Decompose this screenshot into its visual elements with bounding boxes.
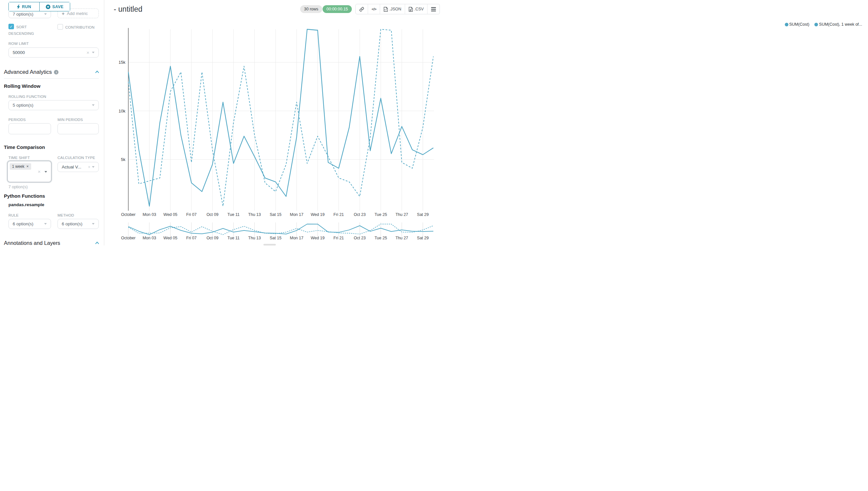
bolt-icon: [17, 4, 20, 9]
svg-text:Wed 19: Wed 19: [311, 236, 324, 240]
svg-text:Tue 25: Tue 25: [375, 236, 387, 240]
svg-text:Tue 11: Tue 11: [227, 236, 240, 240]
svg-text:Thu 27: Thu 27: [395, 236, 408, 240]
svg-text:Wed 05: Wed 05: [163, 212, 177, 217]
svg-text:Fri 21: Fri 21: [334, 236, 344, 240]
plus-circle-icon: [46, 4, 50, 9]
svg-text:Oct 09: Oct 09: [207, 212, 219, 217]
svg-text:Sat 29: Sat 29: [417, 236, 429, 240]
svg-text:Fri 07: Fri 07: [186, 212, 196, 217]
svg-text:Tue 11: Tue 11: [227, 212, 240, 217]
timeseries-line-chart[interactable]: 5k10k15kOctoberMon 03Wed 05Fri 07Oct 09T…: [0, 0, 434, 246]
run-button[interactable]: RUN: [9, 2, 39, 11]
save-button[interactable]: SAVE: [39, 2, 70, 11]
svg-text:Sat 15: Sat 15: [270, 236, 281, 240]
run-button-label: RUN: [22, 4, 31, 9]
scrollbar-thumb[interactable]: [264, 244, 276, 246]
svg-text:Thu 13: Thu 13: [248, 236, 261, 240]
svg-text:Sat 15: Sat 15: [270, 212, 281, 217]
svg-text:Sat 29: Sat 29: [417, 212, 429, 217]
svg-text:Mon 03: Mon 03: [143, 212, 156, 217]
svg-text:Fri 21: Fri 21: [334, 212, 344, 217]
svg-text:Oct 09: Oct 09: [207, 236, 219, 240]
svg-text:Tue 25: Tue 25: [375, 212, 387, 217]
run-save-button-group: RUN SAVE: [8, 2, 70, 11]
svg-text:Mon 17: Mon 17: [290, 236, 303, 240]
svg-text:Fri 07: Fri 07: [186, 236, 196, 240]
save-button-label: SAVE: [52, 4, 64, 9]
svg-text:Oct 23: Oct 23: [354, 236, 366, 240]
svg-text:Thu 13: Thu 13: [248, 212, 261, 217]
svg-text:October: October: [121, 236, 135, 240]
svg-text:Mon 03: Mon 03: [143, 236, 156, 240]
svg-text:Oct 23: Oct 23: [354, 212, 366, 217]
svg-text:Wed 19: Wed 19: [311, 212, 324, 217]
svg-text:Wed 05: Wed 05: [163, 236, 177, 240]
svg-text:15k: 15k: [119, 60, 125, 65]
svg-text:10k: 10k: [119, 109, 125, 114]
svg-text:Mon 17: Mon 17: [290, 212, 303, 217]
svg-text:October: October: [121, 212, 135, 217]
svg-text:5k: 5k: [121, 157, 125, 162]
svg-text:Thu 27: Thu 27: [395, 212, 408, 217]
